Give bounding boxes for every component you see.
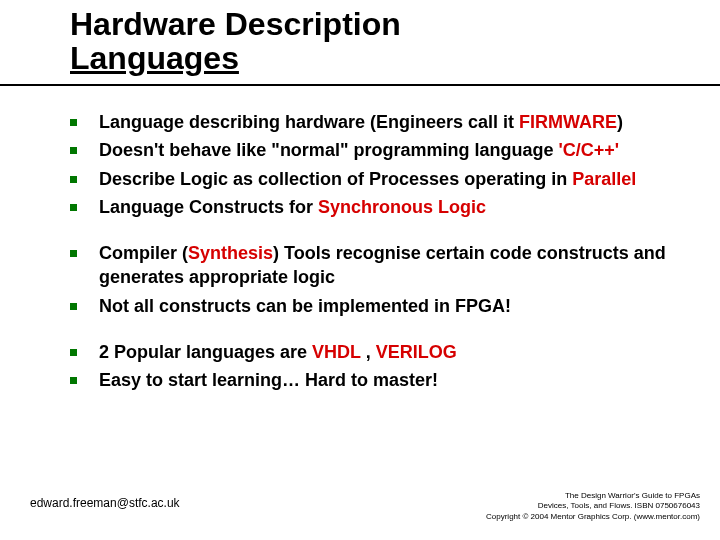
slide-title: Hardware Description Languages: [70, 8, 401, 75]
bullet-icon: [70, 176, 77, 183]
footer-line: The Design Warrior's Guide to FPGAs: [486, 491, 700, 501]
title-rule: [0, 84, 720, 86]
title-line1: Hardware Description: [70, 8, 401, 42]
bullet-icon: [70, 119, 77, 126]
bullet-icon: [70, 377, 77, 384]
list-item-text: Doesn't behave like "normal" programming…: [99, 138, 619, 162]
title-line2: Languages: [70, 42, 401, 76]
bullet-icon: [70, 204, 77, 211]
list-item: Language Constructs for Synchronous Logi…: [70, 195, 680, 219]
list-item: Doesn't behave like "normal" programming…: [70, 138, 680, 162]
list-item: Compiler (Synthesis) Tools recognise cer…: [70, 241, 680, 290]
list-item: Easy to start learning… Hard to master!: [70, 368, 680, 392]
footer-email: edward.freeman@stfc.ac.uk: [30, 496, 180, 510]
list-item: Not all constructs can be implemented in…: [70, 294, 680, 318]
slide-content: Language describing hardware (Engineers …: [70, 110, 680, 415]
bullet-group: 2 Popular languages are VHDL , VERILOGEa…: [70, 340, 680, 393]
bullet-group: Language describing hardware (Engineers …: [70, 110, 680, 219]
list-item: Language describing hardware (Engineers …: [70, 110, 680, 134]
list-item-text: 2 Popular languages are VHDL , VERILOG: [99, 340, 457, 364]
list-item: 2 Popular languages are VHDL , VERILOG: [70, 340, 680, 364]
list-item-text: Compiler (Synthesis) Tools recognise cer…: [99, 241, 680, 290]
bullet-icon: [70, 147, 77, 154]
bullet-icon: [70, 250, 77, 257]
bullet-icon: [70, 303, 77, 310]
footer-citation: The Design Warrior's Guide to FPGAs Devi…: [486, 491, 700, 522]
footer-line: Devices, Tools, and Flows. ISBN 07506760…: [486, 501, 700, 511]
list-item-text: Language describing hardware (Engineers …: [99, 110, 623, 134]
bullet-icon: [70, 349, 77, 356]
slide: Hardware Description Languages Language …: [0, 0, 720, 540]
list-item: Describe Logic as collection of Processe…: [70, 167, 680, 191]
list-item-text: Not all constructs can be implemented in…: [99, 294, 511, 318]
list-item-text: Easy to start learning… Hard to master!: [99, 368, 438, 392]
list-item-text: Language Constructs for Synchronous Logi…: [99, 195, 486, 219]
list-item-text: Describe Logic as collection of Processe…: [99, 167, 636, 191]
bullet-group: Compiler (Synthesis) Tools recognise cer…: [70, 241, 680, 318]
footer-line: Copyright © 2004 Mentor Graphics Corp. (…: [486, 512, 700, 522]
